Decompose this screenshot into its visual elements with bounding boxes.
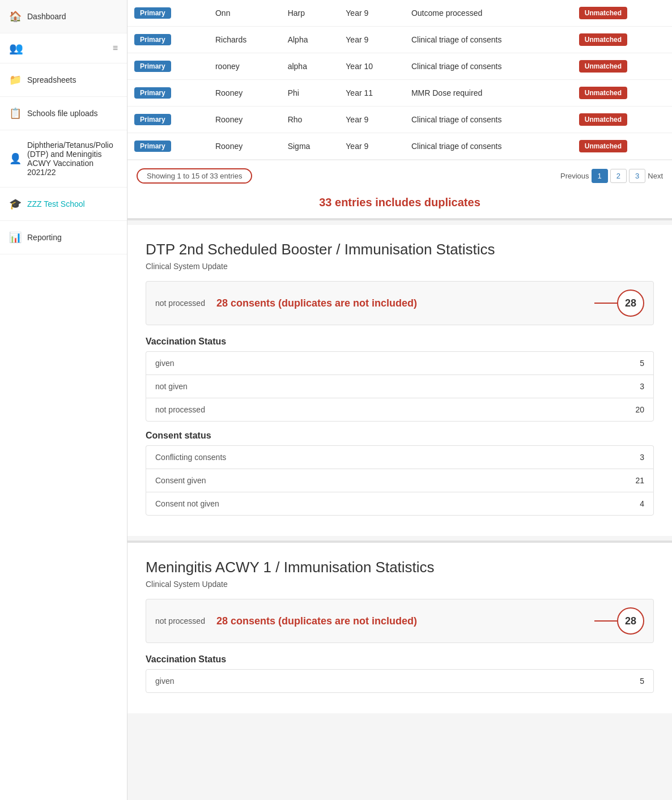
school-icon: 🎓 bbox=[9, 198, 22, 210]
person-icon: 👤 bbox=[9, 152, 22, 165]
first-name-cell: Sigma bbox=[281, 133, 339, 160]
meningitis-circle-badge: 28 bbox=[617, 607, 644, 635]
year-cell: Year 10 bbox=[339, 53, 405, 80]
type-badge: Primary bbox=[134, 34, 171, 45]
badge-cell: Unmatched bbox=[572, 27, 672, 53]
sidebar-item-label: Spreadsheets bbox=[27, 75, 76, 84]
arrow-line-2 bbox=[594, 620, 617, 622]
first-name-cell: Alpha bbox=[281, 27, 339, 53]
status-cell: Clinical triage of consents bbox=[405, 133, 572, 160]
meningitis-section-title: Meningitis ACWY 1 / Immunisation Statist… bbox=[146, 559, 654, 576]
stat-row: Conflicting consents3 bbox=[146, 445, 654, 469]
stat-value: 5 bbox=[640, 676, 644, 686]
stat-label: not given bbox=[155, 382, 640, 391]
type-badge: Primary bbox=[134, 114, 171, 125]
year-cell: Year 9 bbox=[339, 0, 405, 27]
meningitis-annotation-note: 28 consents (duplicates are not included… bbox=[216, 615, 594, 627]
sidebar-item-users[interactable]: 👥 ≡ bbox=[0, 33, 127, 63]
year-cell: Year 9 bbox=[339, 133, 405, 160]
dtp-stats-section: DTP 2nd Scheduled Booster / Immunisation… bbox=[127, 225, 672, 536]
page-2-button[interactable]: 2 bbox=[610, 169, 627, 183]
year-cell: Year 11 bbox=[339, 80, 405, 107]
unmatched-badge: Unmatched bbox=[579, 113, 627, 126]
stat-label: Consent given bbox=[155, 476, 635, 485]
badge-cell: Unmatched bbox=[572, 107, 672, 133]
type-badge: Primary bbox=[134, 61, 171, 72]
previous-label: Previous bbox=[560, 172, 589, 180]
type-cell: Primary bbox=[127, 107, 209, 133]
pagination-row: Showing 1 to 15 of 33 entries Previous 1… bbox=[127, 160, 672, 192]
stat-value: 5 bbox=[640, 359, 644, 368]
first-name-cell: alpha bbox=[281, 53, 339, 80]
menu-icon[interactable]: ≡ bbox=[113, 43, 118, 53]
stat-row: Consent not given4 bbox=[146, 492, 654, 516]
meningitis-clinical-label: not processed bbox=[155, 616, 205, 625]
sidebar: 🏠 Dashboard 👥 ≡ 📁 Spreadsheets 📋 Schools… bbox=[0, 0, 127, 800]
pagination-controls: Previous 1 2 3 Next bbox=[560, 169, 663, 183]
badge-cell: Unmatched bbox=[572, 80, 672, 107]
table-row: Primary Richards Alpha Year 9 Clinical t… bbox=[127, 27, 672, 53]
last-name-cell: Rooney bbox=[209, 133, 281, 160]
dtp-clinical-row: not processed 28 consents (duplicates ar… bbox=[146, 281, 654, 325]
page-1-button[interactable]: 1 bbox=[592, 169, 608, 183]
stat-row: not processed20 bbox=[146, 398, 654, 422]
users-icon: 👥 bbox=[9, 41, 23, 55]
stat-value: 21 bbox=[635, 476, 644, 485]
type-cell: Primary bbox=[127, 27, 209, 53]
entries-annotation: 33 entries includes duplicates bbox=[127, 192, 672, 218]
dtp-annotation-note: 28 consents (duplicates are not included… bbox=[216, 297, 594, 309]
sidebar-item-reporting[interactable]: 📊 Reporting bbox=[0, 221, 127, 254]
stat-label: Conflicting consents bbox=[155, 453, 640, 462]
stat-row: not given3 bbox=[146, 375, 654, 398]
type-badge: Primary bbox=[134, 141, 171, 152]
last-name-cell: Onn bbox=[209, 0, 281, 27]
status-cell: Clinical triage of consents bbox=[405, 107, 572, 133]
sidebar-item-spreadsheets[interactable]: 📁 Spreadsheets bbox=[0, 63, 127, 97]
dtp-consent-title: Consent status bbox=[146, 431, 654, 441]
sidebar-item-label: Schools file uploads bbox=[27, 109, 98, 118]
last-name-cell: Rooney bbox=[209, 80, 281, 107]
unmatched-badge: Unmatched bbox=[579, 60, 627, 73]
meningitis-vaccination-group: given5 bbox=[146, 669, 654, 693]
home-icon: 🏠 bbox=[9, 10, 22, 23]
badge-cell: Unmatched bbox=[572, 53, 672, 80]
sidebar-item-label: Reporting bbox=[27, 233, 62, 242]
stat-label: Consent not given bbox=[155, 499, 640, 508]
page-3-button[interactable]: 3 bbox=[629, 169, 645, 183]
unmatched-badge: Unmatched bbox=[579, 7, 627, 19]
type-cell: Primary bbox=[127, 133, 209, 160]
last-name-cell: rooney bbox=[209, 53, 281, 80]
year-cell: Year 9 bbox=[339, 107, 405, 133]
last-name-cell: Rooney bbox=[209, 107, 281, 133]
type-cell: Primary bbox=[127, 80, 209, 107]
meningitis-clinical-row: not processed 28 consents (duplicates ar… bbox=[146, 599, 654, 643]
type-cell: Primary bbox=[127, 53, 209, 80]
first-name-cell: Harp bbox=[281, 0, 339, 27]
upload-icon: 📋 bbox=[9, 107, 22, 120]
last-name-cell: Richards bbox=[209, 27, 281, 53]
sidebar-item-label: Diphtheria/Tetanus/Polio (DTP) and Menin… bbox=[27, 141, 118, 177]
type-cell: Primary bbox=[127, 0, 209, 27]
stat-label: given bbox=[155, 359, 640, 368]
sidebar-item-dtp[interactable]: 👤 Diphtheria/Tetanus/Polio (DTP) and Men… bbox=[0, 130, 127, 188]
sidebar-item-label: Dashboard bbox=[27, 12, 66, 21]
sidebar-item-label: ZZZ Test School bbox=[27, 199, 85, 208]
stat-label: given bbox=[155, 676, 640, 686]
badge-cell: Unmatched bbox=[572, 0, 672, 27]
stat-row: given5 bbox=[146, 669, 654, 693]
sidebar-item-schools-file-uploads[interactable]: 📋 Schools file uploads bbox=[0, 97, 127, 130]
dtp-vaccination-title: Vaccination Status bbox=[146, 337, 654, 347]
stat-value: 3 bbox=[640, 382, 644, 391]
sidebar-item-dashboard[interactable]: 🏠 Dashboard bbox=[0, 0, 127, 33]
table-row: Primary Rooney Sigma Year 9 Clinical tri… bbox=[127, 133, 672, 160]
unmatched-badge: Unmatched bbox=[579, 33, 627, 46]
type-badge: Primary bbox=[134, 7, 171, 19]
meningitis-vaccination-title: Vaccination Status bbox=[146, 654, 654, 665]
dtp-section-title: DTP 2nd Scheduled Booster / Immunisation… bbox=[146, 241, 654, 258]
status-cell: Clinical triage of consents bbox=[405, 53, 572, 80]
table-row: Primary Rooney Phi Year 11 MMR Dose requ… bbox=[127, 80, 672, 107]
badge-cell: Unmatched bbox=[572, 133, 672, 160]
status-cell: Clinical triage of consents bbox=[405, 27, 572, 53]
sidebar-item-zzz-test-school[interactable]: 🎓 ZZZ Test School bbox=[0, 188, 127, 221]
meningitis-stats-section: Meningitis ACWY 1 / Immunisation Statist… bbox=[127, 541, 672, 713]
